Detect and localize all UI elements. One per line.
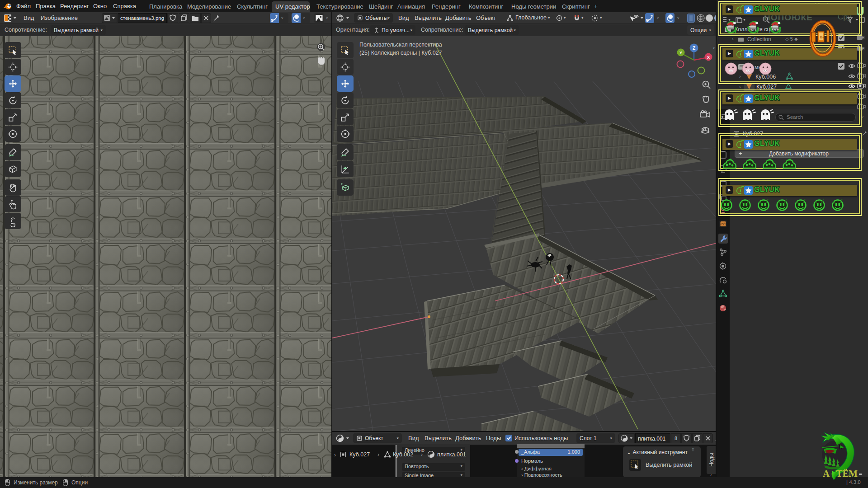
svg-text:‹: ‹ xyxy=(713,44,715,51)
svg-text:Z: Z xyxy=(693,46,695,51)
svg-text:Y: Y xyxy=(679,51,682,55)
svg-text:Бм: Бм xyxy=(820,35,825,39)
svg-text:А: А xyxy=(823,468,830,479)
svg-text:ТЁМ: ТЁМ xyxy=(836,468,858,479)
svg-text:X: X xyxy=(707,55,710,60)
